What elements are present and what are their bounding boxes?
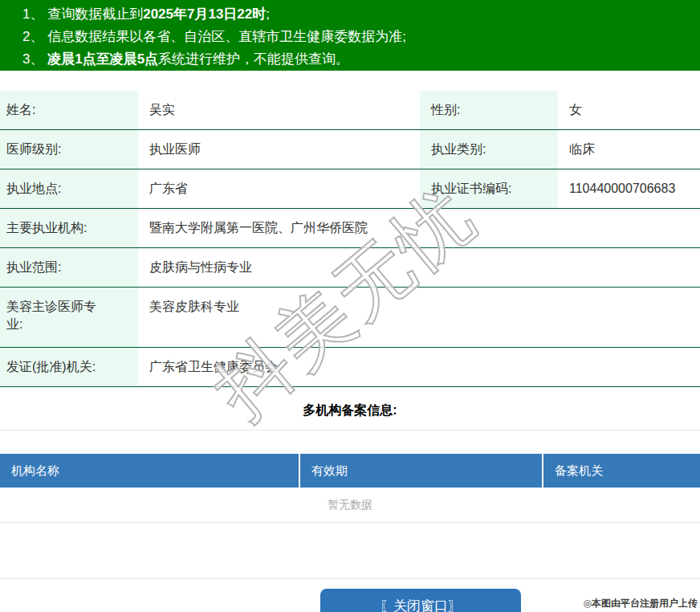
field-label-main-institution: 主要执业机构: [0,209,138,247]
row-location-certno: 执业地点: 广东省 执业证书编码: 110440000706683 [0,169,700,209]
org-col-validity: 有效期 [299,454,542,488]
field-label-gender: 性别: [420,91,558,129]
footer-spacer [0,523,700,579]
field-value-practice-location: 广东省 [138,169,420,208]
field-label-practice-category: 执业类别: [420,130,558,169]
notice-line-3: 3、 凌晨1点至凌晨5点系统进行维护，不能提供查询。 [22,48,692,71]
field-value-doctor-level: 执业医师 [138,130,420,169]
notice-banner: 1、 查询数据截止到2025年7月13日22时; 2、 信息数据结果以各省、自治… [0,0,700,71]
field-label-practice-location: 执业地点: [0,169,138,208]
row-issuing-authority: 发证(批准)机关: 广东省卫生健康委员会 [0,348,700,387]
field-label-doctor-level: 医师级别: [0,130,138,169]
row-main-institution: 主要执业机构: 暨南大学附属第一医院、广州华侨医院 [0,209,700,248]
notice-line3-suffix: 系统进行维护，不能提供查询。 [158,51,349,67]
org-col-name: 机构名称 [0,454,299,488]
field-label-name: 姓名: [0,91,138,129]
field-value-gender: 女 [558,91,700,129]
field-label-certificate-number: 执业证书编码: [420,169,558,208]
field-label-cosmetic-specialty: 美容主诊医师专业: [0,288,138,347]
field-value-certificate-number: 110440000706683 [558,169,700,208]
field-value-practice-category: 临床 [558,130,700,169]
org-table-empty-state: 暂无数据 [0,488,700,523]
field-value-name: 吴实 [138,91,420,129]
notice-line3-text: 3、 [22,51,47,67]
field-label-practice-scope: 执业范围: [0,248,138,287]
org-col-authority: 备案机关 [542,454,700,488]
notice-line1-bold: 2025年7月13日22时 [143,6,266,22]
section-divider-top [0,430,700,430]
field-value-cosmetic-specialty: 美容皮肤科专业 [138,288,700,347]
close-window-button[interactable]: 〖关闭窗口〗 [320,589,521,612]
notice-line1-suffix: ; [266,6,270,22]
notice-line-1: 1、 查询数据截止到2025年7月13日22时; [22,3,692,26]
field-value-main-institution: 暨南大学附属第一医院、广州华侨医院 [138,209,700,247]
field-label-issuing-authority: 发证(批准)机关: [0,348,138,386]
upload-copyright-note: ◎本图由平台注册用户上传 [584,597,698,610]
notice-line3-bold: 凌晨1点至凌晨5点 [47,51,158,67]
notice-line1-text: 1、 查询数据截止到 [22,6,143,22]
doctor-profile-table: 姓名: 吴实 性别: 女 医师级别: 执业医师 执业类别: 临床 执业地点: 广… [0,91,700,387]
row-name-gender: 姓名: 吴实 性别: 女 [0,91,700,130]
field-value-practice-scope: 皮肤病与性病专业 [138,248,700,287]
notice-line-2: 2、 信息数据结果以各省、自治区、直辖市卫生健康委数据为准; [22,26,692,48]
row-cosmetic-specialty: 美容主诊医师专业: 美容皮肤科专业 [0,288,700,348]
notice-line2-text: 2、 信息数据结果以各省、自治区、直辖市卫生健康委数据为准; [22,29,406,44]
multi-org-section-title: 多机构备案信息: [0,398,700,422]
doctor-query-result-page: 1、 查询数据截止到2025年7月13日22时; 2、 信息数据结果以各省、自治… [0,0,700,612]
field-value-issuing-authority: 广东省卫生健康委员会 [138,348,700,386]
org-table-header: 机构名称 有效期 备案机关 [0,454,700,488]
row-practice-scope: 执业范围: 皮肤病与性病专业 [0,248,700,288]
row-level-category: 医师级别: 执业医师 执业类别: 临床 [0,130,700,169]
